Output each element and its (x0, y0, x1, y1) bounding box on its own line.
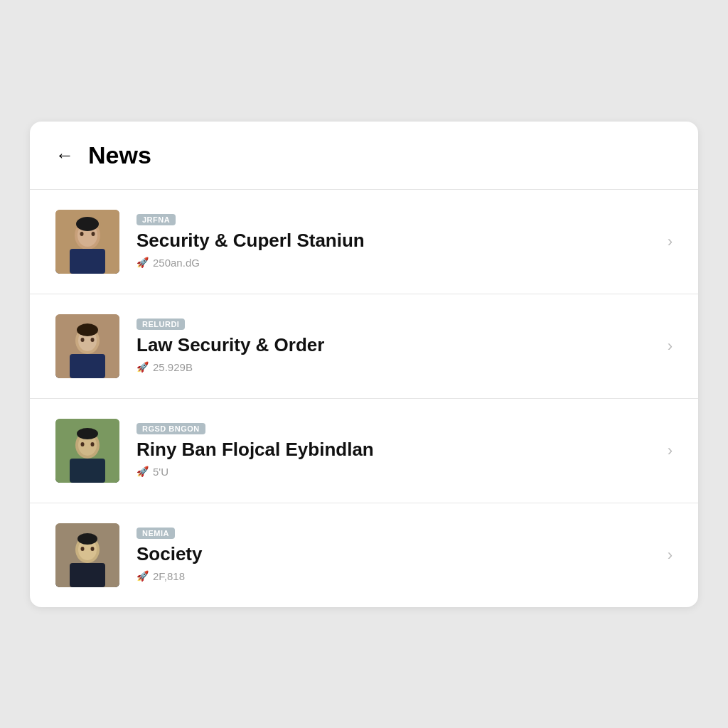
news-card: ← News JRFNA Security & Cuperl Staniun (30, 122, 698, 607)
svg-point-5 (80, 232, 84, 236)
news-title-4: Society (136, 543, 651, 565)
news-meta-1: 🚀 250an.dG (136, 257, 651, 269)
news-content-4: NEMIA Society 🚀 2F,818 (136, 528, 651, 582)
news-count-4: 2F,818 (153, 570, 185, 582)
news-title-3: Riny Ban Flojcal Eybindlan (136, 439, 651, 461)
avatar-1 (55, 210, 119, 274)
news-tag-1: JRFNA (136, 214, 176, 225)
avatar-2 (55, 314, 119, 378)
svg-point-4 (76, 217, 99, 231)
news-content-3: RGSD BNGON Riny Ban Flojcal Eybindlan 🚀 … (136, 423, 651, 477)
svg-rect-17 (70, 459, 105, 483)
chevron-icon-2: › (668, 337, 673, 355)
news-count-2: 25.929B (153, 361, 193, 373)
page-header: ← News (30, 122, 698, 190)
news-content-2: RELURDI Law Security & Order 🚀 25.929B (136, 318, 651, 373)
svg-point-13 (91, 338, 95, 342)
chevron-icon-3: › (668, 441, 673, 460)
chevron-icon-4: › (668, 546, 673, 564)
news-item-4[interactable]: NEMIA Society 🚀 2F,818 › (30, 503, 698, 607)
svg-point-18 (77, 428, 98, 439)
svg-point-19 (81, 442, 85, 446)
news-title-1: Security & Cuperl Staniun (136, 230, 651, 252)
news-count-1: 250an.dG (153, 257, 200, 269)
news-tag-3: RGSD BNGON (136, 423, 205, 434)
news-title-2: Law Security & Order (136, 334, 651, 356)
news-meta-2: 🚀 25.929B (136, 361, 651, 373)
avatar-3 (55, 419, 119, 483)
back-button[interactable]: ← (55, 146, 74, 164)
rocket-icon-1: 🚀 (136, 257, 149, 268)
svg-point-27 (91, 547, 95, 551)
news-item-3[interactable]: RGSD BNGON Riny Ban Flojcal Eybindlan 🚀 … (30, 399, 698, 503)
avatar-4 (55, 523, 119, 587)
rocket-icon-3: 🚀 (136, 466, 149, 477)
rocket-icon-2: 🚀 (136, 361, 149, 373)
page-title: News (88, 141, 151, 169)
news-meta-4: 🚀 2F,818 (136, 570, 651, 582)
svg-point-12 (81, 338, 85, 342)
svg-rect-24 (70, 563, 105, 587)
news-list: JRFNA Security & Cuperl Staniun 🚀 250an.… (30, 190, 698, 607)
svg-rect-10 (70, 354, 105, 378)
news-tag-2: RELURDI (136, 318, 185, 330)
news-content-1: JRFNA Security & Cuperl Staniun 🚀 250an.… (136, 214, 651, 268)
news-count-3: 5'U (153, 466, 168, 478)
svg-point-20 (91, 442, 95, 446)
news-item-2[interactable]: RELURDI Law Security & Order 🚀 25.929B › (30, 294, 698, 399)
news-meta-3: 🚀 5'U (136, 466, 651, 478)
svg-point-11 (77, 323, 98, 336)
svg-point-6 (92, 232, 95, 236)
chevron-icon-1: › (668, 232, 673, 251)
svg-rect-3 (70, 249, 105, 274)
rocket-icon-4: 🚀 (136, 570, 149, 582)
news-tag-4: NEMIA (136, 528, 175, 539)
news-item-1[interactable]: JRFNA Security & Cuperl Staniun 🚀 250an.… (30, 190, 698, 294)
svg-point-25 (77, 533, 97, 545)
svg-point-26 (81, 547, 85, 551)
